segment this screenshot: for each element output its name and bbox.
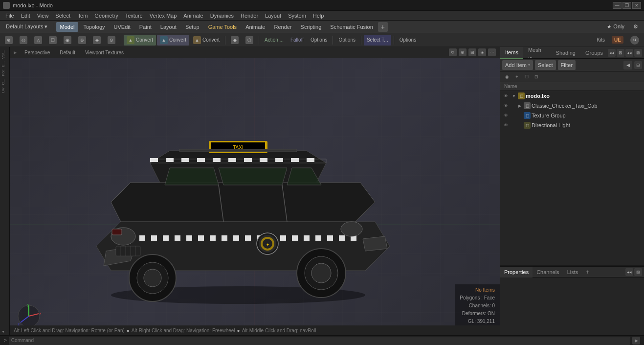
tab-model[interactable]: Model bbox=[56, 22, 79, 32]
select-type-button[interactable]: Select T... bbox=[364, 35, 391, 46]
viewport-texture-mode[interactable]: Viewport Textures bbox=[82, 49, 127, 56]
tool-icon-8[interactable]: ⊙ bbox=[105, 35, 118, 46]
tree-item-directional-light[interactable]: 👁 ◻ Directional Light bbox=[500, 120, 644, 130]
tab-uvedit[interactable]: UVEdit bbox=[110, 22, 134, 32]
rp-collapse-btn[interactable]: ◂◂ bbox=[625, 49, 633, 57]
props-close-btn[interactable]: ⊠ bbox=[634, 268, 642, 276]
options-button-1[interactable]: Options bbox=[308, 35, 330, 46]
command-arrow[interactable]: > bbox=[4, 338, 7, 343]
viewport-zoom-icon[interactable]: ⊕ bbox=[459, 48, 466, 56]
viewport-render-mode[interactable]: Default bbox=[57, 49, 78, 56]
tab-game-tools[interactable]: Game Tools bbox=[204, 22, 241, 32]
tab-render[interactable]: Render bbox=[270, 22, 295, 32]
viewport-rot-icon[interactable]: ↻ bbox=[449, 48, 457, 56]
menu-select[interactable]: Select bbox=[52, 12, 74, 20]
tool-icon-5[interactable]: ◉ bbox=[61, 35, 74, 46]
menu-texture[interactable]: Texture bbox=[122, 12, 146, 20]
tool-icon-3[interactable]: △ bbox=[31, 35, 45, 46]
rp-expand-btn[interactable]: ◂◂ bbox=[608, 49, 616, 57]
add-icon[interactable]: + bbox=[513, 73, 521, 81]
ue-icon[interactable]: UE bbox=[609, 35, 626, 46]
options-button-2[interactable]: Options bbox=[335, 35, 358, 46]
tab-items[interactable]: Items bbox=[500, 47, 523, 59]
lp-item-5[interactable]: UV bbox=[1, 87, 9, 94]
lp-item-1[interactable]: Ver... bbox=[1, 49, 9, 60]
lp-item-3[interactable]: Pol: bbox=[1, 69, 9, 77]
tab-shading[interactable]: Shading bbox=[551, 47, 580, 59]
items-filter-button[interactable]: Filter bbox=[558, 60, 576, 70]
convert-button-1[interactable]: ▲Convert bbox=[124, 35, 156, 46]
tab-scripting[interactable]: Scripting bbox=[297, 22, 326, 32]
eye-classic-checker[interactable]: 👁 bbox=[502, 102, 509, 109]
menu-help[interactable]: Help bbox=[310, 12, 328, 20]
viewport-perspective[interactable]: Perspective bbox=[22, 49, 53, 56]
tree-item-classic-checker[interactable]: 👁 ▶ ◻ Classic_Checker_Taxi_Cab bbox=[500, 101, 644, 111]
tree-item-modo-lxo[interactable]: 👁 ▼ ◻ modo.lxo bbox=[500, 91, 644, 101]
tool-icon-7[interactable]: ◈ bbox=[90, 35, 104, 46]
menu-dynamics[interactable]: Dynamics bbox=[207, 12, 237, 20]
viewport-fit-icon[interactable]: ⊞ bbox=[468, 48, 476, 56]
rp-close2-btn[interactable]: ⊠ bbox=[634, 49, 642, 57]
tab-topology[interactable]: Topology bbox=[79, 22, 109, 32]
tool-icon-6[interactable]: ⊛ bbox=[75, 35, 89, 46]
items-collapse-button[interactable]: ◀ bbox=[623, 61, 632, 69]
menu-item[interactable]: Item bbox=[74, 12, 91, 20]
tab-groups[interactable]: Groups bbox=[580, 47, 608, 59]
props-tab-lists[interactable]: Lists bbox=[563, 267, 582, 277]
tab-schematic-fusion[interactable]: Schematic Fusion bbox=[326, 22, 377, 32]
convert-button-2[interactable]: ▲Convert bbox=[157, 35, 189, 46]
eye-modo-lxo[interactable]: 👁 bbox=[502, 92, 509, 99]
props-tab-properties[interactable]: Properties bbox=[500, 267, 533, 277]
eye-directional-light[interactable]: 👁 bbox=[502, 122, 509, 129]
lp-item-4[interactable]: C... bbox=[1, 78, 9, 86]
tab-paint[interactable]: Paint bbox=[135, 22, 155, 32]
menu-geometry[interactable]: Geometry bbox=[91, 12, 121, 20]
titlebar-controls[interactable]: — ❐ ✕ bbox=[613, 2, 644, 9]
unreal-icon[interactable]: U bbox=[627, 35, 642, 46]
gear-button[interactable]: ⚙ bbox=[629, 22, 642, 32]
items-filter-icon[interactable]: ⊟ bbox=[634, 61, 642, 69]
shape-icon[interactable]: ◆ bbox=[228, 35, 242, 46]
add-tab-button[interactable]: + bbox=[378, 22, 388, 32]
lock-icon[interactable]: ⬡ bbox=[243, 35, 256, 46]
lp-item-2[interactable]: E... bbox=[1, 60, 9, 68]
viewport[interactable]: ▶ Perspective Default Viewport Textures … bbox=[10, 47, 500, 335]
maximize-button[interactable]: ❐ bbox=[622, 2, 631, 9]
grid-icon[interactable]: ⊡ bbox=[533, 73, 540, 81]
props-tab-channels[interactable]: Channels bbox=[533, 267, 563, 277]
arrow-classic-checker[interactable]: ▶ bbox=[517, 103, 523, 109]
tab-setup[interactable]: Setup bbox=[181, 22, 203, 32]
menu-render[interactable]: Render bbox=[237, 12, 262, 20]
props-tab-plus[interactable]: + bbox=[583, 268, 592, 276]
close-button[interactable]: ✕ bbox=[632, 2, 641, 9]
menu-view[interactable]: View bbox=[34, 12, 52, 20]
tool-icon-2[interactable]: ◎ bbox=[17, 35, 30, 46]
falloff-button[interactable]: Falloff bbox=[288, 35, 307, 46]
default-layouts-dropdown[interactable]: Default Layouts ▾ bbox=[2, 22, 52, 32]
action-button[interactable]: Action ... bbox=[262, 35, 287, 46]
add-item-button[interactable]: Add Item ▾ bbox=[502, 60, 533, 70]
tree-item-texture-group[interactable]: 👁 ◻ Texture Group bbox=[500, 111, 644, 120]
layer-icon[interactable]: ☐ bbox=[523, 73, 531, 81]
props-expand-btn[interactable]: ◂◂ bbox=[625, 268, 633, 276]
arrow-modo-lxo[interactable]: ▼ bbox=[511, 93, 517, 99]
tab-animate[interactable]: Animate bbox=[242, 22, 269, 32]
tool-icon-4[interactable]: ☐ bbox=[46, 35, 60, 46]
options-button-3[interactable]: Options bbox=[397, 35, 419, 46]
menu-animate[interactable]: Animate bbox=[180, 12, 206, 20]
tool-icon-1[interactable]: ⊕ bbox=[2, 35, 16, 46]
minimize-button[interactable]: — bbox=[613, 2, 622, 9]
tab-mesh[interactable]: Mesh ... bbox=[523, 47, 551, 59]
rp-close-btn[interactable]: ⊠ bbox=[617, 49, 624, 57]
star-only-button[interactable]: ★ Only bbox=[603, 22, 628, 32]
tab-layout[interactable]: Layout bbox=[156, 22, 180, 32]
run-command-button[interactable]: ▶ bbox=[632, 337, 640, 345]
menu-layout[interactable]: Layout bbox=[262, 12, 285, 20]
eye-texture-group[interactable]: 👁 bbox=[502, 112, 509, 119]
lp-expand[interactable]: ▲ bbox=[1, 329, 9, 335]
menu-system[interactable]: System bbox=[285, 12, 310, 20]
menu-edit[interactable]: Edit bbox=[18, 12, 34, 20]
menu-vertex-map[interactable]: Vertex Map bbox=[146, 12, 180, 20]
viewport-render-icon[interactable]: ◈ bbox=[478, 48, 486, 56]
convert-button-3[interactable]: ▲Convert bbox=[190, 35, 222, 46]
